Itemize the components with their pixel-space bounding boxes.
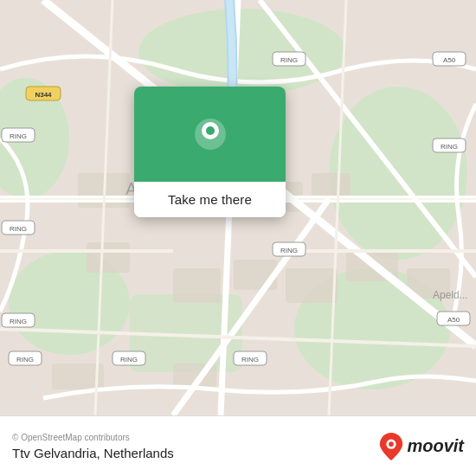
take-me-there-button[interactable]: Take me there <box>164 190 255 209</box>
bottom-left: © OpenStreetMap contributors Ttv Gelvand… <box>12 433 174 460</box>
popup-green-area <box>134 87 286 182</box>
svg-rect-10 <box>312 173 351 199</box>
svg-text:RING: RING <box>241 356 259 363</box>
svg-text:RING: RING <box>280 56 298 64</box>
moovit-logo[interactable]: moovit <box>379 433 464 460</box>
popup-button-area[interactable]: Take me there <box>134 182 286 217</box>
svg-rect-12 <box>234 260 277 290</box>
moovit-pin-icon <box>379 433 403 460</box>
attribution-text: © OpenStreetMap contributors <box>12 433 174 442</box>
bottom-bar: © OpenStreetMap contributors Ttv Gelvand… <box>0 415 476 476</box>
svg-text:RING: RING <box>10 132 27 140</box>
svg-text:RING: RING <box>120 356 138 363</box>
svg-point-58 <box>206 126 215 135</box>
svg-text:RING: RING <box>16 356 34 363</box>
popup-card: Take me there <box>134 87 286 217</box>
svg-text:A50: A50 <box>447 316 460 324</box>
svg-rect-14 <box>87 242 130 273</box>
svg-rect-13 <box>286 268 338 303</box>
svg-point-60 <box>389 441 395 447</box>
location-pin-icon <box>191 115 229 153</box>
location-name: Ttv Gelvandria, Netherlands <box>12 446 174 460</box>
svg-text:Apeld...: Apeld... <box>433 289 468 301</box>
svg-text:RING: RING <box>10 225 27 233</box>
svg-text:RING: RING <box>441 143 458 151</box>
svg-text:RING: RING <box>10 318 27 325</box>
svg-text:N344: N344 <box>35 91 52 99</box>
svg-text:RING: RING <box>280 247 298 254</box>
map-container[interactable]: RING RING RING RING RING A50 RING A50 RI… <box>0 0 476 415</box>
svg-text:A50: A50 <box>443 56 456 64</box>
moovit-text: moovit <box>407 436 464 456</box>
svg-rect-11 <box>173 268 221 303</box>
